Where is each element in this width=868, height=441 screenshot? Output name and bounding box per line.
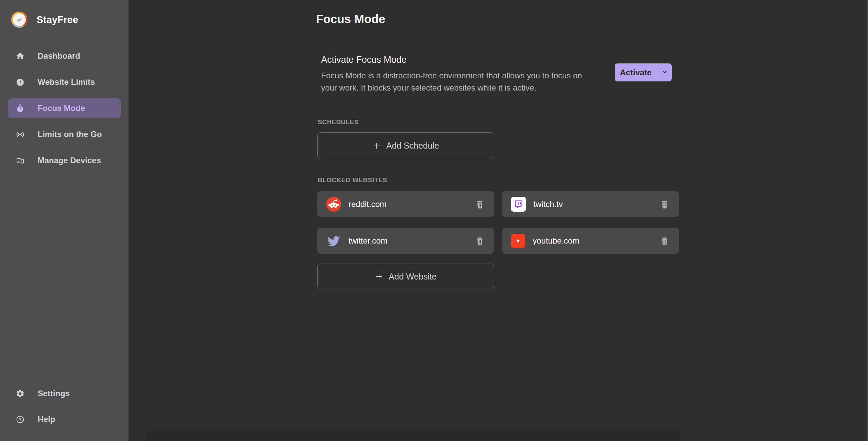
page-title: Focus Mode [316,12,385,26]
sidebar-item-label: Help [38,415,55,424]
description-line: Focus Mode is a distraction-free environ… [321,70,582,82]
sidebar-item-limits-on-the-go[interactable]: Limits on the Go [8,124,121,144]
sidebar-item-manage-devices[interactable]: Manage Devices [8,151,121,170]
blocked-site-row: reddit.com [317,191,494,217]
activate-section-heading: Activate Focus Mode [321,55,407,65]
youtube-icon [511,234,525,248]
delete-site-button[interactable] [659,236,670,246]
plus-icon [372,141,381,150]
sidebar-item-focus-mode[interactable]: Focus Mode [8,98,121,118]
activate-dropdown-button[interactable] [657,63,672,81]
reddit-icon [326,197,341,212]
sidebar-item-label: Settings [38,389,70,398]
activate-button[interactable]: Activate [615,63,657,81]
sidebar-item-website-limits[interactable]: Website Limits [8,72,121,92]
chevron-down-icon [660,68,669,77]
sidebar-item-dashboard[interactable]: Dashboard [8,46,121,66]
blocked-site-row: youtube.com [502,228,679,254]
sidebar-nav: Dashboard Website Limits Focus Mode [0,46,129,177]
description-line: your work. It blocks your selected websi… [321,82,582,94]
delete-site-button[interactable] [475,236,485,246]
stopwatch-icon [16,104,25,113]
svg-text:?: ? [19,417,21,422]
app-logo-row: StayFree [11,12,78,28]
activate-section-description: Focus Mode is a distraction-free environ… [321,70,582,94]
twitch-icon [511,197,526,212]
sidebar-divider [7,378,120,378]
stayfree-logo-icon [11,12,27,28]
sidebar-item-label: Dashboard [38,51,80,61]
blocked-site-row: twitter.com [317,228,494,254]
devices-icon [16,156,25,165]
delete-site-button[interactable] [475,199,485,209]
sidebar: StayFree Dashboard Website Limits Focus … [0,0,129,441]
stayfree-app: StayFree Dashboard Website Limits Focus … [0,0,868,441]
blocked-site-name: reddit.com [349,199,475,209]
logo-check-icon [13,13,26,26]
sidebar-item-label: Focus Mode [38,103,85,113]
plus-icon [375,272,383,281]
twitter-icon [326,233,341,248]
add-schedule-button[interactable]: Add Schedule [317,132,494,159]
bottom-sheet-edge [146,429,681,441]
sidebar-item-help[interactable]: ? Help [8,409,121,429]
blocked-websites-label: BLOCKED WEBSITES [318,176,387,184]
alert-octagon-icon [16,78,25,87]
blocked-site-name: twitch.tv [533,199,659,209]
add-website-label: Add Website [389,272,436,282]
gear-icon [16,389,25,398]
app-title: StayFree [37,14,78,25]
home-icon [16,52,25,61]
sidebar-item-label: Website Limits [38,77,95,87]
help-circle-icon: ? [16,415,25,424]
broadcast-icon [16,130,25,139]
schedules-label: SCHEDULES [318,118,359,126]
add-schedule-label: Add Schedule [386,141,439,151]
sidebar-item-label: Manage Devices [38,156,101,165]
blocked-site-name: twitter.com [349,236,475,246]
sidebar-item-label: Limits on the Go [38,130,102,139]
activate-split-button: Activate [615,63,672,81]
sidebar-item-settings[interactable]: Settings [8,384,121,403]
blocked-site-name: youtube.com [533,236,659,246]
blocked-site-row: twitch.tv [502,191,679,217]
add-website-button[interactable]: Add Website [317,264,494,289]
delete-site-button[interactable] [659,199,670,209]
